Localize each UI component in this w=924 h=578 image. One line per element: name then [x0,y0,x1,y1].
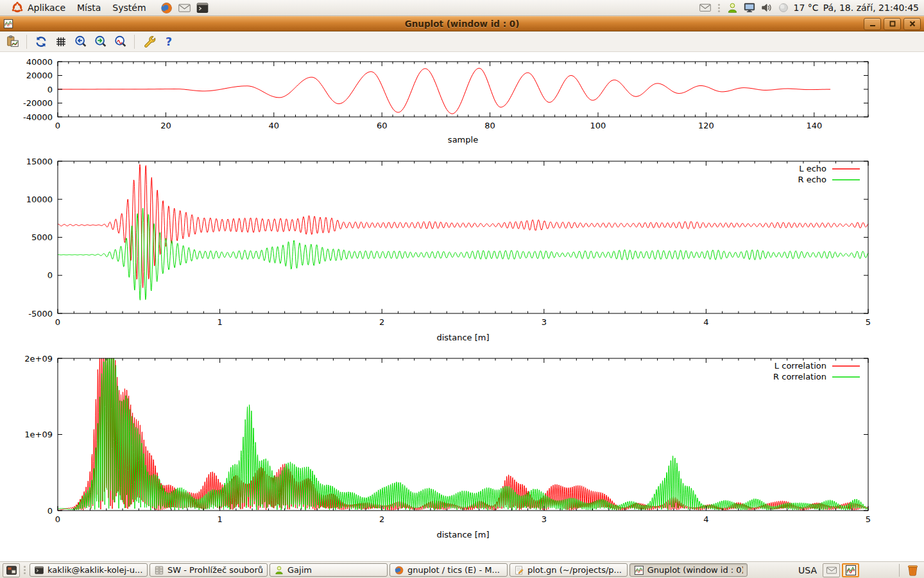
volume-tray-icon[interactable] [760,1,773,14]
svg-text:R correlation: R correlation [773,372,826,381]
gajim-tray-icon[interactable] [726,2,739,14]
svg-text:2: 2 [379,514,384,524]
svg-text:1: 1 [217,514,222,524]
taskbar-button-label: plot.gn (~/projects/p... [527,565,622,575]
file-manager-icon [154,565,164,575]
maximize-button[interactable] [884,18,901,30]
autoscale-icon [114,35,128,49]
terminal-launcher[interactable] [196,1,209,15]
menu-applications[interactable]: Aplikace [5,0,71,15]
toolbar-separator [134,35,135,49]
waveform-chart: 020406080100120140-40000-200000200004000… [23,57,868,145]
text-editor-icon [514,565,524,575]
keyboard-layout-indicator[interactable]: USA [798,565,817,575]
menu-places-label: Místa [77,3,101,13]
svg-text:5: 5 [866,317,871,327]
menu-system[interactable]: Systém [107,0,151,15]
taskbar-button-label: SW - Prohlížeč souborů [167,565,263,575]
previous-zoom-icon [74,35,88,49]
svg-text:80: 80 [484,121,495,130]
menu-system-label: Systém [112,3,146,13]
svg-text:15000: 15000 [26,157,53,166]
show-desktop-icon [6,565,17,576]
next-zoom-icon [94,35,108,49]
svg-text:0: 0 [55,317,60,327]
gnuplot-toolbar [0,31,924,52]
weather-icon[interactable] [778,2,789,13]
autoscale-button[interactable] [111,33,130,50]
firefox-launcher[interactable] [160,1,173,15]
svg-text:-40000: -40000 [23,112,53,122]
svg-text:2e+09: 2e+09 [24,354,53,363]
gnuplot-icon [845,565,857,576]
taskbar-button-gnuplot[interactable]: Gnuplot (window id : 0) [629,563,748,577]
svg-text:40000: 40000 [26,57,53,67]
help-button[interactable] [159,33,178,50]
gnuplot-icon [634,565,644,575]
svg-text:10000: 10000 [26,195,53,204]
gnome-taskbar: kaklik@kaklik-kolej-u... SW - Prohlížeč … [0,561,924,578]
display-tray-icon[interactable] [743,1,756,14]
trash-icon [906,563,920,577]
panel-launchers [160,1,209,15]
show-desktop-button[interactable] [3,563,20,577]
previous-zoom-button[interactable] [71,33,90,50]
window-controls [864,18,921,30]
menu-applications-label: Aplikace [28,3,65,13]
taskbar-button-file-manager[interactable]: SW - Prohlížeč souborů [150,563,268,577]
grid-icon [54,35,68,49]
svg-text:3: 3 [542,514,547,524]
svg-text:0: 0 [47,85,53,94]
temperature-label: 17 °C [794,3,819,13]
replot-icon [34,35,48,49]
taskbar-button-terminal[interactable]: kaklik@kaklik-kolej-u... [30,563,148,577]
gnuplot-tray-button[interactable] [842,563,859,577]
mail-tray-button[interactable] [823,563,840,577]
trash-applet[interactable] [904,563,921,577]
correlation-chart: 01234501e+092e+09distance [m]L correlati… [24,354,871,540]
close-button[interactable] [903,18,921,30]
svg-text:0: 0 [55,121,60,130]
window-titlebar[interactable]: Gnuplot (window id : 0) [0,16,924,31]
svg-text:sample: sample [448,135,478,144]
svg-text:distance [m]: distance [m] [436,333,489,342]
taskbar-button-label: Gajim [287,565,312,575]
svg-text:3: 3 [542,317,547,327]
taskbar-separator [899,564,900,577]
copy-to-clipboard-icon [6,35,20,49]
minimize-button[interactable] [864,18,881,30]
svg-text:R echo: R echo [798,175,826,184]
options-button[interactable] [139,33,158,50]
taskbar-button-editor[interactable]: plot.gn (~/projects/p... [509,563,628,577]
minimize-icon [869,20,877,28]
next-zoom-button[interactable] [91,33,110,50]
terminal-icon [34,565,44,575]
svg-text:5: 5 [866,514,871,524]
svg-text:100: 100 [590,121,606,130]
replot-button[interactable] [31,33,50,50]
tray-grip-handle[interactable] [718,7,720,9]
taskbar-button-gajim[interactable]: Gajim [270,563,388,577]
clock-label[interactable]: Pá, 18. září, 21:40:45 [823,3,919,13]
gnuplot-canvas[interactable]: 020406080100120140-40000-200000200004000… [0,52,924,561]
taskbar-button-firefox[interactable]: gnuplot / tics (E) - M... [389,563,508,577]
svg-text:120: 120 [698,121,714,130]
svg-text:L echo: L echo [799,164,826,173]
mail-launcher[interactable] [178,1,191,15]
svg-text:2: 2 [379,317,384,327]
options-icon [142,35,156,49]
mail-tray-icon[interactable] [699,1,712,14]
svg-text:-5000: -5000 [28,309,53,319]
svg-text:1e+09: 1e+09 [24,430,53,439]
help-icon [162,35,176,49]
toggle-grid-button[interactable] [51,33,70,50]
taskbar-grip-handle[interactable] [24,569,26,571]
svg-text:L correlation: L correlation [774,361,826,371]
svg-text:distance [m]: distance [m] [436,530,489,539]
svg-text:4: 4 [703,514,708,524]
desktop: Aplikace Místa Systém 17 °C Pá, 18. září… [0,0,924,578]
menu-places[interactable]: Místa [71,0,107,15]
svg-text:60: 60 [377,121,388,130]
copy-to-clipboard-button[interactable] [3,33,22,50]
close-icon [909,20,916,28]
